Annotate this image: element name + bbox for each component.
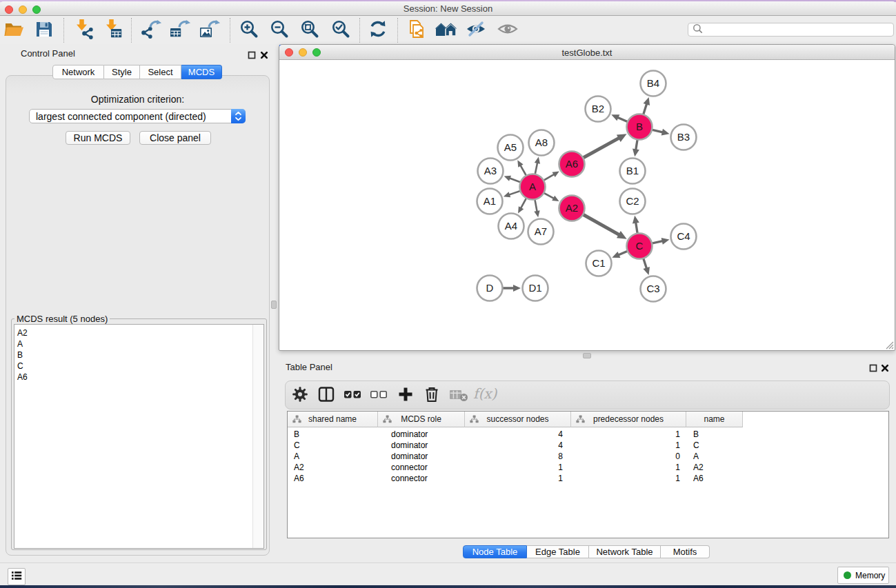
svg-text:B: B (636, 121, 643, 132)
graph-node-B1[interactable]: B1 (620, 159, 646, 184)
svg-text:A4: A4 (505, 220, 517, 232)
status-bar: Memory (0, 562, 896, 586)
table-tab-node-table[interactable]: Node Table (463, 545, 527, 558)
graph-node-C2[interactable]: C2 (620, 189, 646, 214)
memory-label: Memory (855, 571, 885, 580)
criterion-select[interactable]: largest connected component (directed) (29, 109, 246, 123)
zoom-selected-region-button[interactable] (329, 19, 352, 42)
apply-preferred-layout-button[interactable] (366, 19, 390, 42)
graph-node-A4[interactable]: A4 (499, 214, 524, 239)
select-all-button[interactable] (341, 385, 364, 407)
graph-node-A1[interactable]: A1 (477, 189, 503, 214)
delete-column-button[interactable] (421, 385, 443, 407)
mcds-result-list[interactable]: A2ABCA6 (14, 324, 264, 549)
graph-node-B3[interactable]: B3 (671, 125, 697, 150)
control-panel-close-icon[interactable] (260, 50, 268, 58)
graph-node-B4[interactable]: B4 (641, 71, 666, 97)
run-mcds-button[interactable]: Run MCDS (66, 131, 130, 145)
table-row[interactable]: A2connector11A2 (288, 462, 888, 473)
graph-node-A2[interactable]: A2 (559, 196, 585, 221)
graph-node-B2[interactable]: B2 (586, 97, 611, 122)
import-table-from-file-button[interactable] (101, 19, 125, 42)
zoom-selected-region-icon (330, 19, 351, 42)
search-field[interactable] (688, 23, 894, 37)
column-header-shared-name[interactable]: shared name (288, 412, 378, 427)
delete-table-button[interactable] (448, 385, 470, 407)
graph-node-A[interactable]: A (520, 174, 546, 200)
mcds-result-item[interactable]: A2 (17, 327, 28, 338)
export-network-button[interactable] (139, 19, 163, 42)
table-row[interactable]: Adominator80A (288, 451, 888, 462)
cell-predecessor-nodes: 1 (675, 440, 680, 451)
table-row[interactable]: Bdominator41B (288, 429, 888, 440)
column-header-name[interactable]: name (686, 412, 743, 427)
save-session-button[interactable] (32, 19, 56, 42)
export-table-button[interactable] (168, 19, 192, 42)
graph-node-C4[interactable]: C4 (671, 224, 697, 250)
show-graphics-details-button[interactable] (496, 19, 519, 42)
control-tab-select[interactable]: Select (140, 65, 181, 79)
zoom-fit-content-icon (299, 19, 320, 42)
search-input[interactable] (706, 24, 881, 35)
hide-graphics-details-icon (465, 19, 487, 42)
window-resize-grip[interactable] (884, 340, 894, 349)
table-row[interactable]: Cdominator41C (288, 440, 888, 451)
network-canvas[interactable]: B4B2BB3A8A5A6A3B1AC2A1A2A4A7C4CC1C3DD1 (279, 60, 895, 350)
graph-node-C[interactable]: C (627, 234, 653, 259)
function-builder-icon: f(x) (472, 385, 499, 406)
table-panel-close-icon[interactable] (881, 363, 889, 371)
control-tab-style[interactable]: Style (104, 65, 140, 79)
mcds-result-item[interactable]: B (17, 349, 28, 361)
table-tab-motifs[interactable]: Motifs (661, 545, 710, 558)
function-builder-button[interactable]: f(x) (475, 385, 497, 407)
memory-button[interactable]: Memory (837, 567, 889, 584)
toolbar-separator (131, 18, 132, 43)
split-panel-button[interactable] (315, 385, 337, 407)
open-session-button[interactable] (2, 19, 26, 42)
task-history-button[interactable] (8, 568, 26, 585)
graph-node-C3[interactable]: C3 (641, 276, 666, 302)
table-toolbar: f(x) (285, 381, 890, 409)
graph-node-C1[interactable]: C1 (586, 251, 612, 276)
horizontal-splitter-handle[interactable] (583, 353, 591, 358)
mcds-result-item[interactable]: A6 (17, 372, 28, 383)
add-column-button[interactable] (395, 385, 417, 407)
control-tab-network[interactable]: Network (52, 65, 104, 79)
table-panel-float-icon[interactable] (869, 363, 877, 371)
cell-name: A6 (693, 473, 704, 484)
graph-node-A6[interactable]: A6 (559, 152, 585, 177)
clone-network-button[interactable] (405, 19, 428, 42)
graph-node-D1[interactable]: D1 (523, 276, 548, 301)
table-row[interactable]: A6connector11A6 (288, 473, 888, 484)
table-tab-network-table[interactable]: Network Table (589, 545, 661, 558)
toolbar-separator (397, 18, 398, 43)
svg-text:B3: B3 (677, 131, 690, 143)
hide-graphics-details-button[interactable] (464, 19, 488, 42)
mcds-result-item[interactable]: A (17, 338, 28, 349)
export-image-button[interactable] (198, 19, 221, 42)
graph-node-A5[interactable]: A5 (498, 135, 524, 161)
graph-node-A7[interactable]: A7 (528, 219, 554, 245)
mcds-result-scrollbar[interactable] (252, 325, 263, 548)
import-network-from-file-button[interactable] (72, 19, 95, 42)
vertical-splitter-handle[interactable] (271, 301, 277, 309)
zoom-out-button[interactable] (268, 19, 291, 42)
table-tab-edge-table[interactable]: Edge Table (527, 545, 589, 558)
column-header-MCDS-role[interactable]: MCDS role (378, 412, 465, 427)
table-settings-button[interactable] (289, 385, 311, 407)
graph-node-A3[interactable]: A3 (478, 159, 504, 184)
graph-node-D[interactable]: D (477, 276, 503, 301)
close-panel-button[interactable]: Close panel (139, 131, 211, 145)
graph-node-A8[interactable]: A8 (529, 130, 555, 156)
mcds-result-item[interactable]: C (17, 361, 28, 372)
network-window-titlebar[interactable]: testGlobe.txt (279, 45, 895, 60)
column-header-predecessor-nodes[interactable]: predecessor nodes (571, 412, 686, 427)
show-network-overview-button[interactable] (435, 19, 458, 42)
control-panel-float-icon[interactable] (248, 50, 256, 58)
graph-node-B[interactable]: B (627, 114, 653, 140)
column-header-successor-nodes[interactable]: successor nodes (465, 412, 571, 427)
zoom-fit-content-button[interactable] (298, 19, 321, 42)
deselect-all-button[interactable] (368, 385, 390, 407)
zoom-in-button[interactable] (237, 19, 261, 42)
control-tab-mcds[interactable]: MCDS (181, 65, 222, 79)
